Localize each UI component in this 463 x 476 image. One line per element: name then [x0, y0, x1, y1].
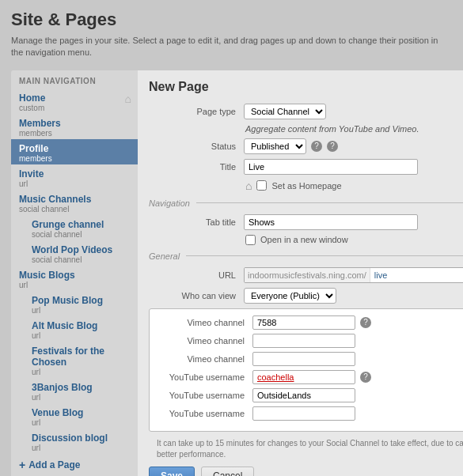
vimeo-channel-row-2: Vimeo channel: [157, 334, 463, 348]
url-label: URL: [149, 270, 244, 280]
cancel-button[interactable]: Cancel: [201, 467, 254, 476]
notice-text: It can take up to 15 minutes for changes…: [157, 438, 463, 460]
title-row: Title: [149, 159, 463, 175]
channel-box: Vimeo channel ? Vimeo channel Vimeo chan…: [149, 308, 463, 432]
sidebar-item-world-pop-videos-name: World Pop Videos: [32, 244, 112, 255]
sidebar-item-alt-music-blog-name: Alt Music Blog: [32, 320, 97, 331]
action-buttons: Save Cancel: [149, 467, 463, 476]
page-description: Manage the pages in your site. Select a …: [11, 35, 452, 59]
youtube-username-label-2: YouTube username: [157, 391, 252, 400]
vimeo-channel-label-1: Vimeo channel: [157, 318, 252, 327]
new-window-checkbox[interactable]: [245, 235, 256, 245]
vimeo-channel-row-3: Vimeo channel: [157, 352, 463, 366]
status-info-icon[interactable]: ?: [311, 141, 322, 152]
vimeo-channel-label-2: Vimeo channel: [157, 336, 252, 346]
sidebar-item-music-blogs-sub: url: [19, 281, 130, 289]
sidebar-item-music-channels-name: Music Channels: [19, 194, 91, 205]
tab-title-input[interactable]: [244, 214, 418, 230]
sidebar-item-discussion-blogl-name: Discussion blogl: [32, 433, 108, 444]
sidebar-item-discussion-blogl[interactable]: Discussion blogl url: [24, 429, 138, 454]
page-type-row: Page type Social Channel Blog Forum Cust…: [149, 104, 463, 119]
set-homepage-checkbox[interactable]: [256, 180, 267, 191]
sidebar-item-invite-sub: url: [19, 179, 130, 188]
url-field: indoormusicfestivals.ning.com/: [244, 267, 463, 283]
sidebar-item-alt-music-blog[interactable]: Alt Music Blog url: [24, 316, 138, 342]
sidebar-item-members-sub: members: [19, 129, 130, 138]
sidebar-item-invite[interactable]: Invite url: [11, 164, 138, 190]
page-title: Site & Pages: [11, 9, 452, 30]
navigation-label: Navigation: [149, 198, 190, 208]
who-can-view-select[interactable]: Everyone (Public) Members Only Admins On…: [244, 288, 336, 304]
title-input[interactable]: [244, 159, 418, 175]
sidebar-item-music-channels[interactable]: Music Channels social channel: [11, 190, 138, 215]
youtube-info-icon[interactable]: ?: [360, 372, 371, 383]
sidebar-item-discussion-blogl-sub: url: [32, 444, 130, 452]
youtube-username-label-1: YouTube username: [157, 372, 252, 382]
url-row: URL indoormusicfestivals.ning.com/ ?: [149, 267, 463, 283]
sidebar-item-world-pop-videos-sub: social channel: [32, 255, 130, 264]
who-can-view-control: Everyone (Public) Members Only Admins On…: [244, 288, 463, 304]
vimeo-channel-input-1[interactable]: [252, 315, 355, 330]
sidebar-item-members[interactable]: Members members: [11, 114, 138, 139]
sidebar-item-members-name: Members: [19, 118, 61, 129]
who-can-view-label: Who can view: [149, 291, 244, 300]
aggregate-text: Aggregate content from YouTube and Vimeo…: [245, 124, 463, 134]
url-slug-input[interactable]: [370, 268, 463, 282]
page-wrapper: Site & Pages Manage the pages in your si…: [0, 0, 463, 476]
sidebar-item-grunge-channel-sub: social channel: [32, 230, 130, 239]
sidebar-item-pop-music-blog[interactable]: Pop Music Blog url: [24, 291, 138, 316]
main-layout: MAIN NAVIGATION Home ⌂ custom Members me…: [11, 70, 452, 476]
youtube-username-input-1[interactable]: [252, 370, 355, 384]
title-label: Title: [149, 162, 244, 172]
sidebar-item-alt-music-blog-sub: url: [32, 331, 130, 340]
vimeo-channel-row-1: Vimeo channel ?: [157, 315, 463, 330]
sidebar-item-pop-music-blog-name: Pop Music Blog: [32, 295, 103, 306]
general-label: General: [149, 251, 180, 261]
sidebar-item-grunge-channel[interactable]: Grunge channel social channel: [24, 215, 138, 240]
status-row: Status Published Draft ? ?: [149, 138, 463, 154]
plus-icon: +: [19, 459, 25, 471]
homepage-row: ⌂ Set as Homepage: [245, 179, 463, 192]
content-area: New Page Page type Social Channel Blog F…: [138, 70, 463, 476]
new-page-heading: New Page: [149, 80, 463, 94]
sidebar-item-3banjos-blog-sub: url: [32, 393, 130, 402]
status-control: Published Draft ? ?: [244, 138, 463, 154]
vimeo-info-icon[interactable]: ?: [360, 317, 371, 328]
sidebar-item-profile-name: Profile: [19, 143, 48, 154]
sidebar-item-grunge-channel-name: Grunge channel: [32, 219, 104, 230]
save-button[interactable]: Save: [149, 467, 195, 476]
tab-title-row: Tab title: [149, 214, 463, 230]
sidebar: MAIN NAVIGATION Home ⌂ custom Members me…: [11, 70, 138, 476]
sidebar-item-music-blogs[interactable]: Music Blogs url: [11, 266, 138, 291]
sidebar-item-festivals[interactable]: Festivals for the Chosen url: [24, 342, 138, 378]
url-base: indoormusicfestivals.ning.com/: [245, 268, 370, 282]
sidebar-item-3banjos-blog[interactable]: 3Banjos Blog url: [24, 378, 138, 403]
sidebar-item-festivals-name: Festivals for the Chosen: [32, 346, 104, 368]
house-icon: ⌂: [245, 179, 252, 192]
youtube-username-input-2[interactable]: [252, 388, 355, 402]
add-page-label: Add a Page: [28, 459, 80, 470]
youtube-username-label-3: YouTube username: [157, 409, 252, 418]
page-type-select[interactable]: Social Channel Blog Forum Custom: [244, 104, 326, 119]
vimeo-channel-input-2[interactable]: [252, 334, 355, 348]
status-select[interactable]: Published Draft: [244, 138, 306, 154]
add-page-button[interactable]: + Add a Page: [11, 454, 138, 476]
sidebar-item-pop-music-blog-sub: url: [32, 306, 130, 315]
sidebar-item-venue-blog[interactable]: Venue Blog url: [24, 403, 138, 429]
new-window-label[interactable]: Open in a new window: [260, 235, 348, 244]
title-control: [244, 159, 463, 175]
set-homepage-label[interactable]: Set as Homepage: [271, 181, 341, 191]
vimeo-channel-input-3[interactable]: [252, 352, 355, 366]
sidebar-item-home-sub: custom: [19, 104, 130, 112]
sidebar-item-3banjos-blog-name: 3Banjos Blog: [32, 382, 93, 393]
sidebar-item-profile-sub: members: [19, 154, 130, 163]
new-window-row: Open in a new window: [245, 235, 463, 245]
sidebar-item-home[interactable]: Home ⌂ custom: [11, 89, 138, 114]
home-icon: ⌂: [125, 93, 131, 105]
sidebar-item-world-pop-videos[interactable]: World Pop Videos social channel: [24, 240, 138, 266]
youtube-username-row-2: YouTube username: [157, 388, 463, 402]
sidebar-item-profile[interactable]: Profile members: [11, 139, 138, 164]
youtube-username-input-3[interactable]: [252, 406, 355, 421]
tab-title-control: [244, 214, 463, 230]
status-info-icon2[interactable]: ?: [327, 141, 338, 152]
